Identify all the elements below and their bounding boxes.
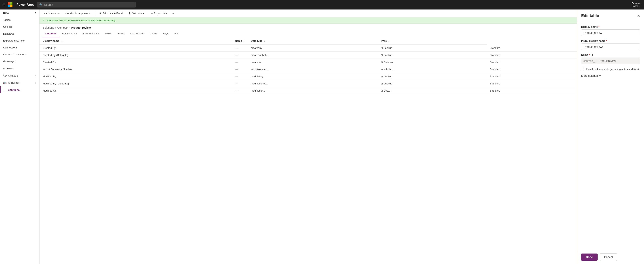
table-row: Import Sequence Number ··· importsequen.… bbox=[40, 66, 577, 73]
tab-dashboards[interactable]: Dashboards bbox=[128, 30, 147, 37]
sidebar-item-export[interactable]: Export to data lake bbox=[0, 37, 39, 44]
sidebar-item-gateways[interactable]: Gateways bbox=[0, 58, 39, 65]
cell-name: createdonbeh... bbox=[248, 52, 378, 59]
sidebar-item-dataflows[interactable]: Dataflows bbox=[0, 30, 39, 37]
sidebar-item-connections[interactable]: Connections bbox=[0, 44, 39, 51]
tab-relationships[interactable]: Relationships bbox=[59, 30, 80, 37]
table-header-row: Display name ↑↓ Name ↓ Data type ↓ Type … bbox=[40, 37, 577, 45]
cell-data-type: ⊞Whole ... bbox=[378, 66, 486, 73]
add-column-button[interactable]: + Add column bbox=[43, 11, 61, 16]
tab-columns[interactable]: Columns bbox=[43, 30, 59, 37]
cell-data-type: ⊞Lookup bbox=[378, 80, 486, 87]
panel-close-button[interactable]: ✕ bbox=[637, 14, 640, 18]
more-settings-button[interactable]: More settings ∨ bbox=[581, 74, 640, 77]
tab-bar: Columns Relationships Business rules Vie… bbox=[40, 30, 577, 37]
sidebar-item-tables[interactable]: Tables bbox=[0, 17, 39, 23]
col-type[interactable]: Type ↓ bbox=[378, 37, 486, 45]
tab-data[interactable]: Data bbox=[171, 30, 182, 37]
name-label: Name * ℹ bbox=[581, 53, 640, 56]
cancel-button[interactable]: Cancel bbox=[600, 253, 617, 261]
cell-display-name: Modified By bbox=[40, 73, 232, 80]
sidebar-item-choices[interactable]: Choices bbox=[0, 23, 39, 30]
name-value: Productreview bbox=[597, 58, 618, 64]
sidebar-item-connectors[interactable]: Custom Connectors bbox=[0, 51, 39, 58]
col-name[interactable]: Name ↓ bbox=[232, 37, 248, 45]
cell-type: Standard bbox=[487, 80, 577, 87]
cell-dots[interactable]: ··· bbox=[232, 80, 248, 87]
tab-views[interactable]: Views bbox=[102, 30, 114, 37]
sidebar-item-aibuilder[interactable]: 🤖 AI Builder ∨ bbox=[0, 79, 39, 86]
cell-type: Standard bbox=[487, 45, 577, 52]
cell-display-name: Import Sequence Number bbox=[40, 66, 232, 73]
cell-name: importsequen... bbox=[248, 66, 378, 73]
waffle-icon[interactable]: ⊞ bbox=[2, 3, 5, 7]
more-options-icon: ··· bbox=[172, 12, 175, 15]
cell-dots[interactable]: ··· bbox=[232, 45, 248, 52]
solutions-label: Solutions bbox=[8, 88, 20, 91]
sort-asc-icon: ↑ bbox=[61, 40, 62, 42]
sidebar-item-chatbots[interactable]: 💬 Chatbots ∨ bbox=[0, 72, 39, 79]
name-info-icon[interactable]: ℹ bbox=[592, 53, 593, 56]
flows-label: Flows bbox=[7, 67, 14, 70]
content-area: + Add column + Add subcomponents ⊞ Edit … bbox=[40, 10, 577, 264]
name-required: * bbox=[589, 53, 590, 56]
banner-message: Your table Product review has been provi… bbox=[46, 19, 116, 22]
enable-attachments-checkbox[interactable] bbox=[581, 68, 584, 71]
breadcrumb-contoso[interactable]: Contoso bbox=[57, 26, 68, 29]
name-prefix: contoso_ bbox=[582, 58, 597, 64]
search-input[interactable] bbox=[44, 3, 133, 6]
cell-dots[interactable]: ··· bbox=[232, 66, 248, 73]
sidebar-item-flows[interactable]: ⟳ Flows bbox=[0, 65, 39, 72]
cell-data-type: ⊞Lookup bbox=[378, 45, 486, 52]
cell-data-type: ⊞Date... bbox=[378, 87, 486, 94]
ms-logo bbox=[8, 2, 12, 7]
connectors-label: Custom Connectors bbox=[3, 53, 26, 56]
cell-dots[interactable]: ··· bbox=[232, 87, 248, 94]
breadcrumb-solutions[interactable]: Solutions bbox=[43, 26, 54, 29]
search-icon: 🔍 bbox=[39, 3, 43, 6]
col-data-type[interactable]: Data type ↓ bbox=[248, 37, 378, 45]
edit-excel-button[interactable]: ⊞ Edit data in Excel bbox=[98, 11, 124, 16]
cell-dots[interactable]: ··· bbox=[232, 52, 248, 59]
cell-name: modifiedonbe... bbox=[248, 80, 378, 87]
search-bar[interactable]: 🔍 bbox=[37, 2, 136, 8]
toolbar: + Add column + Add subcomponents ⊞ Edit … bbox=[40, 10, 577, 18]
export-data-button[interactable]: → Export data bbox=[149, 11, 168, 16]
done-button[interactable]: Done bbox=[581, 253, 598, 261]
tab-keys[interactable]: Keys bbox=[160, 30, 171, 37]
edit-panel: Edit table ✕ Display name * Plural displ… bbox=[577, 10, 644, 264]
enable-attachments-label: Enable attachments (including notes and … bbox=[586, 67, 639, 71]
edit-excel-label: Edit data in Excel bbox=[103, 12, 122, 15]
add-column-label: + Add column bbox=[44, 12, 60, 15]
sidebar-item-solutions[interactable]: ◫ Solutions bbox=[0, 86, 39, 93]
app-name: Power Apps bbox=[16, 3, 34, 7]
col-display-name[interactable]: Display name ↑↓ bbox=[40, 37, 232, 45]
add-subcomponents-button[interactable]: + Add subcomponents bbox=[64, 11, 92, 16]
aibuilder-label: AI Builder bbox=[8, 81, 19, 84]
more-options-button[interactable]: ··· bbox=[171, 11, 176, 16]
display-name-input[interactable] bbox=[581, 30, 640, 36]
more-settings-label: More settings bbox=[581, 74, 598, 77]
cell-data-type: ⊞Lookup bbox=[378, 73, 486, 80]
datatype-sort-icon: ↓ bbox=[264, 40, 265, 42]
breadcrumb-sep1: › bbox=[55, 26, 56, 29]
cell-dots[interactable]: ··· bbox=[232, 73, 248, 80]
cell-dots[interactable]: ··· bbox=[232, 59, 248, 66]
tab-forms[interactable]: Forms bbox=[115, 30, 128, 37]
top-nav: ⊞ Power Apps 🔍 Environ... Conto... bbox=[0, 0, 644, 10]
type-sort-icon: ↓ bbox=[388, 40, 389, 42]
get-data-button[interactable]: 🗄 Get data ∨ bbox=[127, 11, 146, 16]
tab-charts[interactable]: Charts bbox=[147, 30, 160, 37]
cell-name: createdon bbox=[248, 59, 378, 66]
panel-footer: Done Cancel bbox=[577, 250, 644, 264]
breadcrumb-sep2: › bbox=[69, 26, 70, 29]
sidebar-collapse-icon[interactable]: ∧ bbox=[34, 12, 36, 14]
table-row: Modified By (Delegate) ··· modifiedonbe.… bbox=[40, 80, 577, 87]
tab-business-rules[interactable]: Business rules bbox=[80, 30, 102, 37]
more-settings-chevron-icon: ∨ bbox=[599, 74, 601, 77]
sidebar: Data ∧ Tables Choices Dataflows Export t… bbox=[0, 10, 40, 264]
sidebar-section-label: Data bbox=[3, 12, 9, 15]
get-data-label: Get data bbox=[132, 12, 142, 15]
plural-name-input[interactable] bbox=[581, 44, 640, 50]
chatbots-icon: 💬 bbox=[3, 74, 6, 77]
